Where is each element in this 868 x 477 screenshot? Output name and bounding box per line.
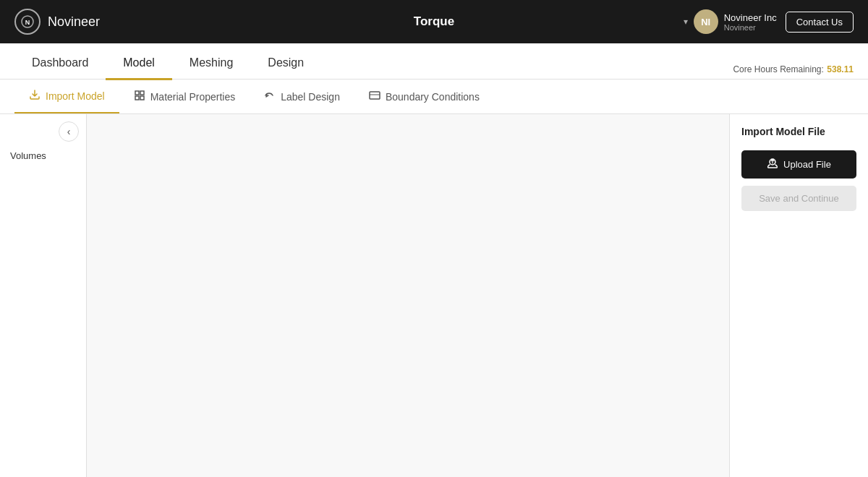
user-name: Novineer Inc — [724, 12, 777, 23]
main-canvas — [87, 114, 729, 477]
svg-rect-4 — [135, 96, 139, 100]
avatar: NI — [694, 9, 718, 34]
upload-icon — [767, 158, 778, 171]
subtab-import-model[interactable]: Import Model — [14, 80, 119, 113]
chevron-down-icon: ▾ — [684, 17, 688, 27]
user-sub: Novineer — [724, 23, 777, 32]
import-model-icon — [29, 89, 41, 103]
subtab-boundary-conditions-label: Boundary Conditions — [386, 91, 480, 103]
logo-text: Novineer — [48, 14, 100, 30]
subtab-boundary-conditions[interactable]: Boundary Conditions — [354, 81, 494, 113]
collapse-button[interactable]: ‹ — [59, 121, 79, 142]
subtab-label-design-label: Label Design — [281, 91, 340, 103]
header: N Novineer Torque ▾ NI Novineer Inc Novi… — [0, 0, 868, 43]
content-wrapper: ‹ Volumes Import Model File Upload File … — [0, 114, 868, 477]
chevron-left-icon: ‹ — [67, 126, 71, 137]
tab-design[interactable]: Design — [250, 46, 321, 80]
volumes-label: Volumes — [7, 150, 79, 161]
core-hours-inline-label: Core Hours Remaining: — [733, 64, 823, 74]
svg-rect-3 — [140, 91, 144, 95]
boundary-conditions-icon — [369, 90, 380, 104]
import-model-title: Import Model File — [741, 126, 856, 137]
svg-rect-5 — [140, 96, 144, 100]
core-hours-inline-value: 538.11 — [827, 64, 854, 74]
tab-meshing[interactable]: Meshing — [172, 46, 250, 80]
tab-dashboard[interactable]: Dashboard — [14, 46, 106, 80]
main-nav: Dashboard Model Meshing Design Core Hour… — [0, 43, 868, 80]
logo-icon: N — [14, 9, 41, 35]
import-section: Import Model File Upload File Save and C… — [730, 114, 868, 223]
subtab-material-properties-label: Material Properties — [150, 91, 236, 103]
user-dropdown[interactable]: ▾ NI Novineer Inc Novineer — [684, 9, 777, 34]
page-title: Torque — [294, 14, 574, 29]
svg-rect-6 — [370, 92, 380, 99]
subtab-import-model-label: Import Model — [46, 90, 105, 102]
upload-file-label: Upload File — [783, 159, 831, 170]
contact-us-button[interactable]: Contact Us — [786, 12, 854, 33]
header-right: ▾ NI Novineer Inc Novineer Contact Us — [574, 9, 854, 34]
svg-rect-2 — [135, 91, 139, 95]
sub-nav: Import Model Material Properties Label D… — [0, 80, 868, 114]
right-panel: Import Model File Upload File Save and C… — [729, 114, 868, 477]
material-properties-icon — [134, 90, 145, 104]
label-design-icon — [264, 90, 276, 104]
save-continue-button: Save and Continue — [741, 186, 856, 211]
logo-area: N Novineer — [14, 9, 294, 35]
svg-text:N: N — [25, 19, 30, 26]
user-info: Novineer Inc Novineer — [724, 12, 777, 32]
subtab-material-properties[interactable]: Material Properties — [119, 81, 250, 113]
subtab-label-design[interactable]: Label Design — [250, 81, 354, 113]
upload-file-button[interactable]: Upload File — [741, 150, 856, 179]
left-panel: ‹ Volumes — [0, 114, 87, 477]
tab-model[interactable]: Model — [106, 46, 172, 80]
